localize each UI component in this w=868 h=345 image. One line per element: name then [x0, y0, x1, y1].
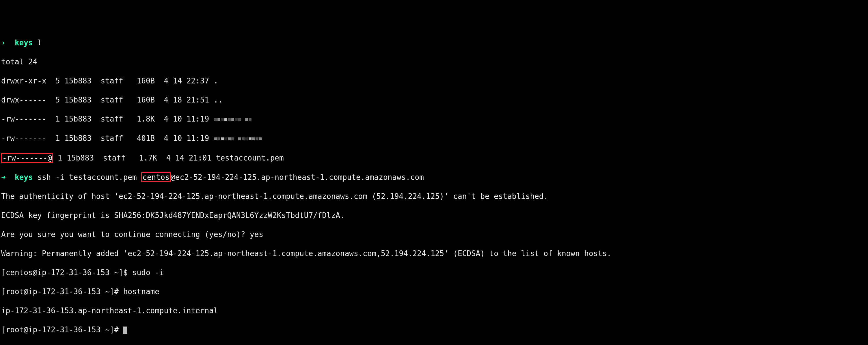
prompt-line-1: › keys l [1, 38, 867, 48]
ssh-output-3[interactable]: Are you sure you want to continue connec… [1, 230, 867, 239]
ls-row-3: -rw------- 1 15b883 staff 1.8K 4 10 11:1… [1, 114, 867, 124]
ls-row-4: -rw------- 1 15b883 staff 401B 4 10 11:1… [1, 134, 867, 144]
censored-filename-1 [214, 114, 252, 124]
ls-row-5: -rw-------@ 1 15b883 staff 1.7K 4 14 21:… [1, 153, 867, 163]
ssh-output-2: ECDSA key fingerprint is SHA256:DK5Jkd48… [1, 211, 867, 220]
cursor-block-icon [123, 326, 127, 334]
prev-cmd: l [33, 38, 42, 47]
prompt-dir: keys [15, 173, 33, 182]
ssh-output-1: The authenticity of host 'ec2-52-194-224… [1, 192, 867, 201]
centos-prompt-line[interactable]: [centos@ip-172-31-36-153 ~]$ sudo -i [1, 268, 867, 277]
ls-total: total 24 [1, 57, 867, 67]
prompt-dir: keys [15, 38, 33, 47]
highlighted-permissions: -rw-------@ [1, 153, 53, 163]
root-prompt-line-1[interactable]: [root@ip-172-31-36-153 ~]# hostname [1, 287, 867, 296]
ssh-command-line[interactable]: ➜ keys ssh -i testaccount.pem centos@ec2… [1, 172, 867, 182]
hostname-output: ip-172-31-36-153.ap-northeast-1.compute.… [1, 306, 867, 316]
ssh-cmd-part2: @ec2-52-194-224-125.ap-northeast-1.compu… [170, 173, 424, 182]
ls-row-2: drwx------ 5 15b883 staff 160B 4 18 21:5… [1, 95, 867, 105]
censored-filename-2 [214, 133, 262, 143]
ssh-output-4: Warning: Permanently added 'ec2-52-194-2… [1, 249, 867, 258]
prompt-arrow: ➜ [1, 173, 6, 182]
prompt-arrow: › [1, 38, 6, 47]
root-prompt-line-2[interactable]: [root@ip-172-31-36-153 ~]# [1, 325, 867, 335]
ls-row-1: drwxr-xr-x 5 15b883 staff 160B 4 14 22:3… [1, 76, 867, 86]
highlighted-user: centos [141, 172, 170, 182]
ssh-cmd-part1: ssh -i testaccount.pem [33, 173, 142, 182]
